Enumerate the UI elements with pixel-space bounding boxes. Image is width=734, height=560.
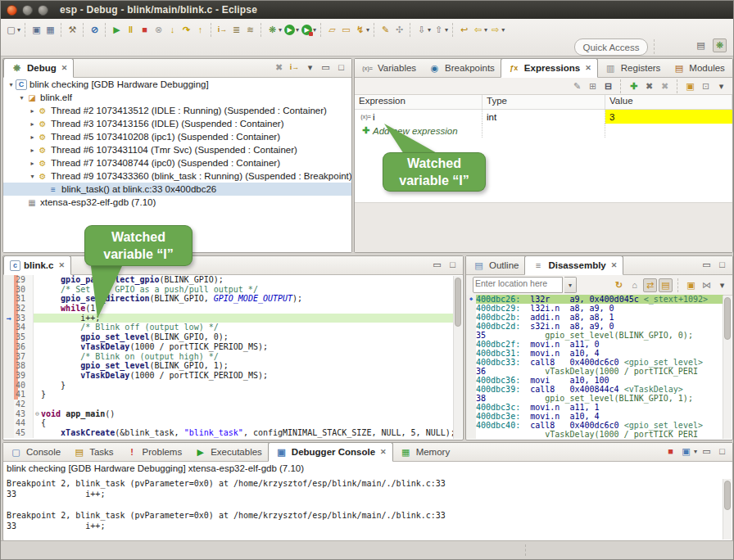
close-icon[interactable]: ✕ — [585, 64, 591, 72]
mark-occurrences-icon[interactable]: ✎ — [378, 23, 392, 37]
terminate-icon[interactable]: ■ — [138, 23, 152, 37]
show-logical-structure-icon[interactable]: ⊞ — [586, 79, 600, 93]
view-menu-icon[interactable]: ▾ — [303, 61, 317, 75]
tab-registers[interactable]: ▥Registers — [598, 59, 667, 77]
tree-expander-icon[interactable]: ▸ — [28, 160, 37, 167]
last-edit-location-icon[interactable]: ↩ — [457, 23, 471, 37]
column-type[interactable]: Type — [483, 95, 605, 109]
console-scrollbar[interactable] — [723, 479, 732, 540]
column-value[interactable]: Value — [605, 95, 732, 109]
breakpoint-gutter[interactable] — [3, 371, 14, 381]
minimize-icon[interactable]: ▭ — [319, 61, 333, 75]
debug-perspective-icon[interactable]: ❋ — [713, 38, 727, 52]
link-editor-icon[interactable]: ⋈ — [700, 278, 714, 292]
breakpoint-gutter[interactable] — [3, 390, 14, 400]
build-icon[interactable]: ⚒ — [66, 23, 79, 37]
next-annotation-icon[interactable]: ⇩ — [415, 23, 428, 37]
tab-memory[interactable]: ▦Memory — [393, 443, 456, 461]
minimize-icon[interactable]: ▭ — [700, 258, 714, 272]
breakpoint-gutter[interactable] — [3, 342, 14, 352]
dropdown-arrow-icon[interactable]: ▾ — [484, 26, 487, 34]
export-icon[interactable]: ⊡ — [699, 79, 713, 93]
collapse-all-icon[interactable]: ⊟ — [601, 79, 615, 93]
breakpoint-gutter[interactable] — [3, 418, 14, 428]
window-maximize-button[interactable] — [38, 5, 48, 16]
pin-editor-icon[interactable]: ✣ — [392, 23, 406, 37]
tab-breakpoints[interactable]: ◉Breakpoints — [422, 59, 501, 77]
run-icon[interactable]: ▶ — [284, 25, 295, 35]
view-menu-icon[interactable]: ▾ — [714, 79, 728, 93]
maximize-icon[interactable]: □ — [446, 258, 460, 272]
terminate-icon[interactable]: ■ — [664, 445, 677, 458]
tab-expressions[interactable]: ƒxExpressions✕ — [501, 58, 598, 78]
tab-disassembly[interactable]: ≡Disassembly✕ — [524, 255, 623, 275]
debug-tree-item[interactable]: ▸⚙Thread #6 1073431104 (Tmr Svc) (Suspen… — [3, 143, 351, 156]
minimize-icon[interactable]: ▭ — [700, 445, 714, 458]
console-output[interactable]: Breakpoint 2, blink_task (pvParameter=0x… — [3, 478, 723, 540]
show-source-icon[interactable]: ▤ — [659, 278, 673, 292]
debug-tree-item[interactable]: ▾Cblink checking [GDB Hardware Debugging… — [3, 78, 351, 91]
window-close-button[interactable] — [7, 5, 17, 16]
add-expression-icon[interactable]: ✚ — [627, 79, 641, 93]
save-icon[interactable]: ▣ — [29, 23, 43, 37]
tab-debug[interactable]: ❋Debug✕ — [3, 58, 74, 78]
new-view-icon[interactable]: ▣ — [683, 79, 697, 93]
breakpoint-gutter[interactable] — [3, 285, 14, 295]
dropdown-arrow-icon[interactable]: ▾ — [445, 26, 448, 34]
tab-executables[interactable]: ▶Executables — [188, 443, 268, 461]
display-console-icon[interactable]: ▣ — [679, 445, 693, 458]
step-filters-icon[interactable]: ≋ — [243, 23, 257, 37]
tab-blink-c[interactable]: cblink.c✕ — [3, 255, 71, 275]
open-element-icon[interactable]: ▱ — [325, 23, 339, 37]
new-view-icon[interactable]: ▣ — [684, 278, 698, 292]
tree-expander-icon[interactable]: ▸ — [28, 147, 37, 154]
save-all-icon[interactable]: ▦ — [43, 23, 57, 37]
breakpoint-gutter[interactable] — [3, 428, 14, 438]
fold-marker-icon[interactable]: ⊖ — [34, 409, 41, 419]
breakpoint-gutter[interactable] — [3, 294, 14, 304]
tab-console[interactable]: ▢Console — [3, 443, 66, 461]
maximize-icon[interactable]: □ — [334, 61, 348, 75]
editor-scrollbar[interactable] — [453, 276, 462, 439]
breakpoint-gutter[interactable] — [3, 323, 14, 332]
close-icon[interactable]: ✕ — [61, 64, 68, 72]
disassembly-scrollbar[interactable] — [723, 296, 732, 439]
expression-value[interactable]: 3 — [605, 110, 732, 124]
suspend-icon[interactable]: ‖ — [124, 23, 138, 37]
previous-annotation-icon[interactable]: ⇧ — [432, 23, 446, 37]
debug-tree-item[interactable]: ▾◪blink.elf — [3, 91, 351, 104]
location-dropdown-button[interactable]: ▾ — [564, 277, 577, 293]
code-editor[interactable]: 29 gpio_pad_select_gpio(BLINK_GPIO);30 /… — [3, 275, 454, 439]
forward-icon[interactable]: ⇨ — [488, 23, 502, 37]
tab-variables[interactable]: (x)=Variables — [355, 59, 422, 77]
dropdown-arrow-icon[interactable]: ▾ — [366, 26, 369, 34]
tree-expander-icon[interactable]: ▸ — [28, 133, 37, 141]
view-menu-icon[interactable]: ▾ — [715, 278, 729, 292]
debug-icon[interactable]: ❋ — [265, 23, 279, 37]
home-icon[interactable]: ⌂ — [628, 278, 641, 292]
disassembly-listing[interactable]: ◆400dbc26: l32r a9, 0x400d045c <_stext+1… — [466, 295, 723, 439]
tree-expander-icon[interactable]: ▾ — [28, 173, 37, 180]
close-icon[interactable]: ✕ — [380, 448, 387, 456]
debug-tree-item[interactable]: ≡blink_task() at blink.c:33 0x400dbc26 — [3, 183, 351, 196]
breakpoint-gutter[interactable] — [3, 332, 14, 342]
tree-expander-icon[interactable]: ▾ — [17, 94, 26, 102]
breakpoint-gutter[interactable] — [3, 352, 14, 362]
step-into-icon[interactable]: ↓ — [165, 23, 179, 37]
maximize-icon[interactable]: □ — [715, 258, 729, 272]
maximize-icon[interactable]: □ — [715, 445, 729, 458]
dropdown-arrow-icon[interactable]: ▾ — [501, 26, 505, 34]
location-input[interactable]: Enter location here — [473, 277, 563, 293]
open-resource-icon[interactable]: ▭ — [339, 23, 353, 37]
breakpoint-gutter[interactable] — [3, 304, 14, 314]
close-icon[interactable]: ✕ — [58, 261, 65, 269]
breakpoint-gutter[interactable] — [3, 409, 14, 419]
instruction-pointer-icon[interactable]: → — [3, 314, 14, 323]
debug-tree-item[interactable]: ▸⚙Thread #3 1073413156 (IDLE) (Suspended… — [3, 117, 351, 130]
step-over-icon[interactable]: ↷ — [179, 23, 193, 37]
dropdown-arrow-icon[interactable]: ▾ — [428, 26, 431, 34]
minimize-icon[interactable]: ▭ — [430, 258, 444, 272]
debug-tree-item[interactable]: ▾⚙Thread #9 1073433360 (blink_task : Run… — [3, 169, 351, 183]
instruction-stepping-icon[interactable]: i→ — [215, 23, 229, 37]
debug-tree-item[interactable]: ▦xtensa-esp32-elf-gdb (7.10) — [3, 196, 351, 209]
